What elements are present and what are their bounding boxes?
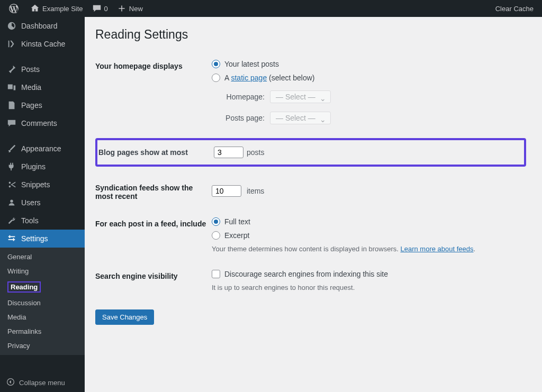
radio-label: Full text <box>224 217 250 226</box>
radio-label: Your latest posts <box>224 60 279 68</box>
feed-description: Your theme determines how content is dis… <box>212 245 526 253</box>
collapse-label: Collapse menu <box>19 379 65 387</box>
brush-icon <box>6 143 17 154</box>
menu-label: Kinsta Cache <box>21 40 65 48</box>
menu-label: Plugins <box>21 162 46 171</box>
learn-feeds-link[interactable]: Learn more about feeds <box>400 245 473 253</box>
pin-icon <box>6 64 17 75</box>
plug-icon <box>6 161 17 172</box>
submenu-media[interactable]: Media <box>0 310 85 324</box>
comments-link[interactable]: 0 <box>87 0 112 17</box>
comment-icon <box>92 3 102 14</box>
wp-logo[interactable] <box>4 0 25 17</box>
wordpress-icon <box>8 3 19 14</box>
syndication-unit: items <box>247 187 264 195</box>
submenu-permalinks[interactable]: Permalinks <box>0 324 85 339</box>
menu-label: Snippets <box>21 180 50 189</box>
new-content-link[interactable]: New <box>112 0 147 17</box>
submenu-general[interactable]: General <box>0 250 85 264</box>
blog-pages-input[interactable] <box>214 147 243 158</box>
radio-label: A static page (select below) <box>224 74 314 82</box>
menu-settings[interactable]: Settings <box>0 230 85 248</box>
submenu-reading[interactable]: Reading <box>0 278 85 296</box>
save-changes-button[interactable]: Save Changes <box>95 309 154 325</box>
menu-users[interactable]: Users <box>0 194 85 212</box>
blog-pages-unit: posts <box>247 148 264 157</box>
menu-label: Dashboard <box>21 22 58 30</box>
radio-latest-posts[interactable] <box>212 60 220 68</box>
menu-media[interactable]: Media <box>0 78 85 96</box>
chevron-down-icon: ⌄ <box>320 94 326 103</box>
users-icon <box>6 197 17 208</box>
menu-comments[interactable]: Comments <box>0 114 85 132</box>
syndication-label: Syndication feeds show the most recent <box>95 174 212 210</box>
clear-cache-link[interactable]: Clear Cache <box>491 0 538 17</box>
menu-plugins[interactable]: Plugins <box>0 158 85 176</box>
menu-appearance[interactable]: Appearance <box>0 140 85 158</box>
submenu-privacy[interactable]: Privacy <box>0 339 85 353</box>
menu-label: Settings <box>21 234 48 243</box>
postspage-select[interactable]: — Select — ⌄ <box>270 112 331 124</box>
homepage-displays-label: Your homepage displays <box>95 52 212 138</box>
collapse-icon <box>6 378 15 388</box>
media-icon <box>6 82 17 93</box>
collapse-menu[interactable]: Collapse menu <box>0 373 85 392</box>
menu-label: Appearance <box>21 144 61 153</box>
feed-include-label: For each post in a feed, include <box>95 210 212 262</box>
discourage-label: Discourage search engines from indexing … <box>224 270 388 278</box>
blog-pages-label: Blog pages show at most <box>97 148 214 157</box>
wrench-icon <box>6 215 17 226</box>
radio-excerpt[interactable] <box>212 231 220 240</box>
site-name-link[interactable]: Example Site <box>25 0 87 17</box>
radio-static-page[interactable] <box>212 74 220 82</box>
page-title: Reading Settings <box>95 28 531 42</box>
highlight-blog-pages: Blog pages show at most posts <box>95 138 526 167</box>
sliders-icon <box>6 233 17 244</box>
syndication-input[interactable] <box>212 185 241 197</box>
dashboard-icon <box>6 21 17 31</box>
plus-icon <box>116 3 127 14</box>
comments-icon <box>6 118 17 129</box>
chevron-down-icon: ⌄ <box>320 115 326 124</box>
menu-label: Comments <box>21 119 57 127</box>
settings-submenu: General Writing Reading Discussion Media… <box>0 248 85 355</box>
menu-tools[interactable]: Tools <box>0 212 85 230</box>
kinsta-icon <box>6 39 17 49</box>
menu-label: Posts <box>21 65 40 74</box>
menu-label: Media <box>21 83 41 92</box>
homepage-select-label: Homepage: <box>212 93 265 101</box>
menu-dashboard[interactable]: Dashboard <box>0 17 85 35</box>
menu-kinsta-cache[interactable]: Kinsta Cache <box>0 35 85 53</box>
menu-label: Pages <box>21 101 42 110</box>
radio-label: Excerpt <box>224 231 249 240</box>
homepage-select[interactable]: — Select — ⌄ <box>270 90 331 103</box>
scissors-icon <box>6 179 17 190</box>
site-name-label: Example Site <box>42 5 83 13</box>
menu-label: Tools <box>21 216 39 225</box>
settings-content: Reading Settings Your homepage displays … <box>85 17 542 392</box>
admin-bar: Example Site 0 New Clear Cache <box>0 0 542 17</box>
admin-sidebar: Dashboard Kinsta Cache Posts Media Pages… <box>0 17 85 392</box>
radio-full-text[interactable] <box>212 217 220 226</box>
home-icon <box>30 3 40 14</box>
submenu-discussion[interactable]: Discussion <box>0 296 85 310</box>
submenu-writing[interactable]: Writing <box>0 264 85 278</box>
menu-label: Users <box>21 198 41 207</box>
menu-posts[interactable]: Posts <box>0 60 85 78</box>
discourage-checkbox[interactable] <box>212 270 220 278</box>
visibility-label: Search engine visibility <box>95 262 212 301</box>
menu-pages[interactable]: Pages <box>0 96 85 114</box>
comments-count: 0 <box>104 5 108 13</box>
menu-snippets[interactable]: Snippets <box>0 176 85 194</box>
visibility-description: It is up to search engines to honor this… <box>212 284 526 291</box>
new-content-label: New <box>129 5 143 13</box>
postspage-select-label: Posts page: <box>212 114 265 122</box>
static-page-link[interactable]: static page <box>231 74 267 82</box>
page-icon <box>6 100 17 111</box>
